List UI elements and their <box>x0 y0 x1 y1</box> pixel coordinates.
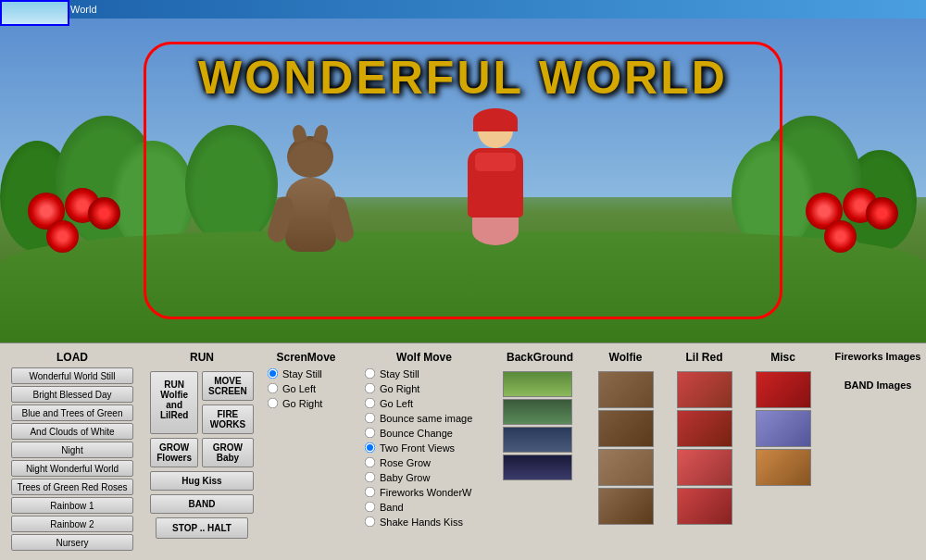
bg-thumb-field[interactable] <box>503 371 572 397</box>
background-section: BackGround <box>503 351 577 553</box>
wolf-move-title: Wolf Move <box>364 351 484 364</box>
wolf-bounce-same[interactable]: Bounce same image <box>364 412 484 424</box>
load-btn-3[interactable]: And Clouds of White <box>11 423 133 440</box>
lil-red-thumb-3[interactable] <box>677 449 732 486</box>
wolf-character <box>278 136 343 252</box>
wolf-two-front-radio[interactable] <box>365 442 376 454</box>
wolf-band-radio[interactable] <box>365 502 376 513</box>
load-section: LOAD Wonderful World Still Bright Blesse… <box>7 351 137 553</box>
scren-stay-still[interactable]: Stay Still <box>267 367 345 380</box>
fireworks-title: Fireworks Images <box>835 351 921 362</box>
wolf-bounce-change-label: Bounce Change <box>380 428 453 439</box>
run-wolfie-lilred-btn[interactable]: RUN Wolfie and LilRed <box>150 371 198 434</box>
wolf-stay-still-radio[interactable] <box>365 368 376 380</box>
wolfie-section: Wolfie <box>595 351 656 553</box>
wonderful-world-text: WONDERFUL WORLD <box>198 52 728 104</box>
title-bar: Wonderful World <box>0 0 926 19</box>
wolf-go-left-radio[interactable] <box>365 398 376 409</box>
misc-title: Misc <box>770 351 795 364</box>
move-screen-btn[interactable]: MOVE SCREEN <box>202 371 254 401</box>
lil-red-thumbs <box>677 371 732 525</box>
lil-red-section: Lil Red <box>674 351 734 553</box>
misc-thumb-2[interactable] <box>756 410 811 447</box>
wolf-bounce-same-label: Bounce same image <box>380 413 472 424</box>
lil-red-title: Lil Red <box>685 351 722 364</box>
load-btn-0[interactable]: Wonderful World Still <box>11 367 133 384</box>
bg-thumb-night[interactable] <box>503 454 572 480</box>
wolf-bounce-change[interactable]: Bounce Change <box>364 427 484 439</box>
grow-flowers-btn[interactable]: GROW Flowers <box>150 438 198 467</box>
wolfie-thumb-2[interactable] <box>598 410 654 447</box>
scren-go-right[interactable]: Go Right <box>267 397 345 409</box>
load-btn-1[interactable]: Bright Blessed Day <box>11 386 133 403</box>
main-content: WONDERFUL WORLD <box>0 19 926 560</box>
band-btn[interactable]: BAND <box>150 494 253 514</box>
wolf-rose-grow[interactable]: Rose Grow <box>364 456 484 468</box>
wolf-bounce-same-radio[interactable] <box>365 413 376 424</box>
scren-go-left-label: Go Left <box>282 383 316 394</box>
bg-thumb-sky[interactable] <box>0 0 69 26</box>
wolf-two-front-label: Two Front Views <box>380 442 455 454</box>
stop-halt-btn[interactable]: STOP .. HALT <box>156 517 248 539</box>
load-btn-6[interactable]: Trees of Green Red Roses too <box>11 479 133 495</box>
controls-area: LOAD Wonderful World Still Bright Blesse… <box>0 342 926 560</box>
lil-red-thumb-1[interactable] <box>677 371 732 408</box>
load-btn-9[interactable]: Nursery <box>11 534 133 551</box>
scren-stay-still-radio[interactable] <box>268 368 279 380</box>
load-btn-2[interactable]: Blue and Trees of Green <box>11 404 133 421</box>
wolf-go-left[interactable]: Go Left <box>364 397 484 409</box>
scren-go-left-radio[interactable] <box>268 383 279 394</box>
wolf-stay-still-label: Stay Still <box>380 368 419 380</box>
roses-left <box>19 188 130 262</box>
wolfie-title: Wolfie <box>609 351 643 364</box>
grow-baby-btn[interactable]: GROW Baby <box>202 438 254 467</box>
wolf-bounce-change-radio[interactable] <box>365 428 376 439</box>
load-btn-7[interactable]: Rainbow 1 <box>11 497 133 514</box>
scren-move-title: ScrenMove <box>267 351 345 364</box>
background-title: BackGround <box>503 351 577 364</box>
wolf-go-right-radio[interactable] <box>365 383 376 394</box>
hug-kiss-btn[interactable]: Hug Kiss <box>150 471 253 491</box>
wolf-rose-grow-radio[interactable] <box>365 457 376 468</box>
load-btn-4[interactable]: Night <box>11 442 133 458</box>
wolfie-thumb-4[interactable] <box>598 488 654 525</box>
lil-red-thumb-4[interactable] <box>677 488 732 525</box>
wolfie-thumb-1[interactable] <box>598 371 654 408</box>
load-btn-8[interactable]: Rainbow 2 <box>11 516 133 532</box>
load-btn-5[interactable]: Night Wonderful World <box>11 460 133 477</box>
wolfie-thumbs <box>598 371 654 525</box>
wolf-fireworks-wonder-radio[interactable] <box>365 487 376 498</box>
load-title: LOAD <box>56 351 88 364</box>
wolf-go-left-label: Go Left <box>380 398 413 409</box>
band-title: BAND Images <box>845 380 912 391</box>
wolf-baby-grow[interactable]: Baby Grow <box>364 471 484 483</box>
wolf-move-section: Wolf Move Stay Still Go Right Go Left Bo… <box>364 351 484 553</box>
wolf-stay-still[interactable]: Stay Still <box>364 367 484 380</box>
misc-thumbs <box>756 371 811 486</box>
wolf-two-front[interactable]: Two Front Views <box>364 442 484 454</box>
scren-go-right-radio[interactable] <box>268 398 279 409</box>
wolf-shake-hands-radio[interactable] <box>365 516 376 528</box>
wolf-shake-hands[interactable]: Shake Hands Kiss <box>364 516 484 528</box>
bg-thumb-dark[interactable] <box>503 427 572 453</box>
wolf-baby-grow-radio[interactable] <box>365 472 376 483</box>
wolfie-thumb-3[interactable] <box>598 449 654 486</box>
tree-center-left <box>185 125 278 245</box>
fire-works-btn[interactable]: FIRE WORKS <box>202 404 254 434</box>
misc-section: Misc <box>753 351 813 553</box>
wolf-fireworks-wonder[interactable]: Fireworks WonderW <box>364 486 484 498</box>
ww-title: WONDERFUL WORLD <box>148 51 778 105</box>
bg-thumb-forest[interactable] <box>503 399 572 425</box>
wolf-baby-grow-label: Baby Grow <box>380 472 430 483</box>
scren-go-right-label: Go Right <box>282 398 322 409</box>
misc-thumb-1[interactable] <box>756 371 811 408</box>
wolf-go-right-label: Go Right <box>380 383 419 394</box>
misc-thumb-3[interactable] <box>756 449 811 486</box>
wolf-band[interactable]: Band <box>364 501 484 513</box>
bg-thumbnails <box>503 371 577 480</box>
scene-area: WONDERFUL WORLD <box>0 19 926 342</box>
run-title: RUN <box>190 351 214 364</box>
wolf-go-right[interactable]: Go Right <box>364 382 484 394</box>
scren-go-left[interactable]: Go Left <box>267 382 345 394</box>
lil-red-thumb-2[interactable] <box>677 410 732 447</box>
